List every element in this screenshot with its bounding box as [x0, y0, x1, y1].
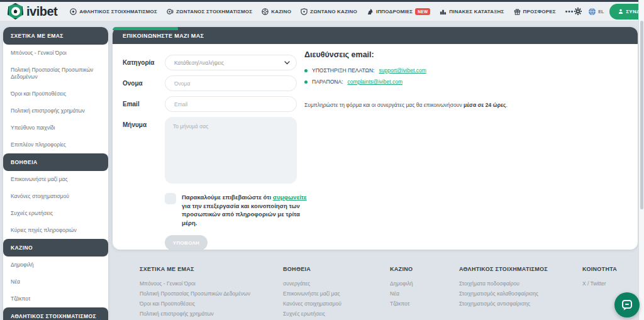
- response-time-note: Συμπληρώστε τη φόρμα και οι συνεργάτες μ…: [304, 102, 619, 108]
- footer-link-popular[interactable]: Δημοφιλή: [390, 279, 459, 289]
- sidebar-item-terms[interactable]: Όροι και Προϋποθέσεις: [3, 86, 108, 102]
- footer-link-terms[interactable]: Όροι και Προϋποθέσεις: [140, 299, 283, 309]
- sidebar-section-about: ΣΧΕΤΙΚΑ ΜΕ ΕΜΑΣ: [3, 27, 108, 45]
- sidebar-item-betting-rules[interactable]: Κανόνες στοιχηματισμού: [3, 188, 108, 205]
- brand-logo[interactable]: ivibet: [8, 3, 57, 19]
- consent-prefix: Παρακαλούμε επιβεβαιώστε ότι: [182, 194, 273, 201]
- note-bold: μέσα σε 24 ώρες: [464, 102, 506, 108]
- consent-text: Παρακαλούμε επιβεβαιώστε ότι συμφωνείτε …: [182, 193, 308, 227]
- page-title: ΕΠΙΚΟΙΝΩΝΗΣΤΕ ΜΑΖΙ ΜΑΣ: [123, 33, 204, 39]
- contact-card-header: ΕΠΙΚΟΙΝΩΝΗΣΤΕ ΜΑΖΙ ΜΑΣ: [113, 27, 638, 44]
- footer-link-football[interactable]: Στοιχήματα ποδοσφαίρου: [459, 279, 582, 289]
- footer-col-sports: ΑΘΛΗΤΙΚΟΣ ΣΤΟΙΧΗΜΑΤΙΣΜΟΣ Στοιχήματα ποδο…: [459, 266, 582, 320]
- nav-casino[interactable]: ΚΑΖΙΝΟ: [262, 8, 291, 15]
- footer-heading: ΚΑΖΙΝΟ: [390, 266, 459, 272]
- horse-icon: [367, 8, 374, 15]
- globe-icon: [588, 8, 596, 16]
- footer-link-affiliates[interactable]: συνεργάτες: [283, 279, 390, 289]
- sidebar-item-privacy-policy[interactable]: Πολιτική Προστασίας Προσωπικών Δεδομένων: [3, 62, 108, 86]
- sidebar-item-responsible-gaming[interactable]: Υπεύθυνο παιχνίδι: [3, 119, 108, 136]
- name-input[interactable]: [165, 75, 297, 91]
- sidebar: ΣΧΕΤΙΚΑ ΜΕ ΕΜΑΣ Μπόνους - Γενικοί Όροι Π…: [3, 27, 108, 320]
- top-right-controls: EL ΣΥΝΔΕΣΗ ΕΓΓΡΑΦΗ: [574, 4, 644, 19]
- complaints-label: ΠΑΡΑΠΟΝΑ:: [312, 79, 343, 85]
- sidebar-item-bonus-terms[interactable]: Μπόνους - Γενικοί Όροι: [3, 45, 108, 62]
- footer-col-casino: ΚΑΖΙΝΟ Δημοφιλή Νέα Τζάκποτ: [390, 266, 459, 320]
- email-addresses-panel: Διευθύνσεις email: ΥΠΟΣΤΗΡΙΞΗ ΠΕΛΑΤΩΝ: s…: [304, 50, 619, 108]
- consent-agree-link[interactable]: συμφωνείτε: [273, 194, 307, 201]
- live-sport-icon: [167, 8, 174, 15]
- footer-col-about: ΣΧΕΤΙΚΑ ΜΕ ΕΜΑΣ Μπόνους - Γενικοί Όροι Π…: [140, 266, 283, 320]
- complaints-email-link[interactable]: complaints@ivibet.com: [347, 79, 402, 85]
- sidebar-item-faq[interactable]: Συχνές ερωτήσεις: [3, 205, 108, 222]
- nav-label: ΑΘΛΗΤΙΚΟΣ ΣΤΟΙΧΗΜΑΤΙΣΜΟΣ: [79, 9, 157, 14]
- nav-live-casino[interactable]: ΖΩΝΤΑΝΟ ΚΑΖΙΝΟ: [301, 8, 357, 15]
- footer-link-bonus-terms[interactable]: Μπόνους - Γενικοί Όροι: [140, 279, 283, 289]
- category-select[interactable]: Κατάθεση/Αναλήψεις: [165, 55, 297, 70]
- name-label: Ονομα: [123, 75, 165, 91]
- consent-checkbox[interactable]: [165, 193, 176, 204]
- ranking-icon: [440, 8, 447, 15]
- email-row-complaints: ΠΑΡΑΠΟΝΑ: complaints@ivibet.com: [304, 79, 619, 85]
- sidebar-section-help: ΒΟΗΘΕΙΑ: [3, 153, 108, 171]
- sidebar-item-contact-us[interactable]: Επικοινωνήστε μαζί μας: [3, 171, 108, 188]
- footer-heading: ΣΧΕΤΙΚΑ ΜΕ ΕΜΑΣ: [140, 266, 283, 272]
- nav-label: ΖΩΝΤΑΝΟΣ ΣΤΟΙΧΗΜΑΤΙΣΜΟΣ: [176, 9, 252, 14]
- footer-link-betting-rules[interactable]: Κανόνες στοιχηματισμού: [283, 299, 390, 309]
- nav-leaderboards[interactable]: ΠΙΝΑΚΕΣ ΚΑΤΑΤΑΞΗΣ: [440, 8, 504, 15]
- footer-link-refund[interactable]: Πολιτική επιστροφής χρημάτων: [140, 309, 283, 319]
- top-navigation: ivibet ΑΘΛΗΤΙΚΟΣ ΣΤΟΙΧΗΜΑΤΙΣΜΟΣ ΖΩΝΤΑΝΟΣ…: [0, 0, 644, 21]
- nav-label: ΖΩΝΤΑΝΟ ΚΑΖΙΝΟ: [310, 9, 357, 14]
- email-row-support: ΥΠΟΣΤΗΡΙΞΗ ΠΕΛΑΤΩΝ: support@ivibet.com: [304, 67, 619, 74]
- category-label: Κατηγορία: [123, 55, 165, 70]
- submit-button[interactable]: ΥΠΟΒΟΛΗ: [165, 235, 208, 250]
- sidebar-item-new[interactable]: Νέα: [3, 273, 108, 290]
- nav-label: ΠΙΝΑΚΕΣ ΚΑΤΑΤΑΞΗΣ: [449, 9, 504, 14]
- nav-live-betting[interactable]: ΖΩΝΤΑΝΟΣ ΣΤΟΙΧΗΜΑΤΙΣΜΟΣ: [167, 8, 252, 15]
- support-email-link[interactable]: support@ivibet.com: [379, 67, 426, 74]
- email-label: Email: [123, 96, 165, 112]
- footer-heading: ΒΟΗΘΕΙΑ: [283, 266, 390, 272]
- support-label: ΥΠΟΣΤΗΡΙΞΗ ΠΕΛΑΤΩΝ:: [312, 67, 374, 74]
- scrollbar-thumb[interactable]: [640, 21, 643, 209]
- sidebar-section-casino: ΚΑΖΙΝΟ: [3, 239, 108, 257]
- footer-link-tennis[interactable]: Στοιχηματισμός αντισφαίρισης: [459, 299, 582, 309]
- page-scrollbar[interactable]: [638, 0, 644, 320]
- live-casino-icon: [301, 8, 308, 15]
- email-input[interactable]: [165, 96, 297, 112]
- bullet-icon: [304, 80, 308, 84]
- sidebar-item-popular[interactable]: Δημοφιλή: [3, 257, 108, 273]
- footer-heading: ΑΘΛΗΤΙΚΟΣ ΣΤΟΙΧΗΜΑΤΙΣΜΟΣ: [459, 266, 582, 272]
- sidebar-item-jackpot[interactable]: Τζάκποτ: [3, 290, 108, 307]
- consent-suffix: για την επεξεργασία και κοινοποίηση των …: [182, 202, 300, 226]
- live-chat-button[interactable]: [614, 292, 640, 317]
- sidebar-item-more-info[interactable]: Επιπλέον πληροφορίες: [3, 136, 108, 153]
- contact-form: Κατηγορία Κατάθεση/Αναλήψεις Ονομα Email…: [123, 55, 311, 250]
- message-textarea[interactable]: [165, 117, 297, 184]
- note-prefix: Συμπληρώστε τη φόρμα και οι συνεργάτες μ…: [304, 102, 464, 108]
- footer-link-privacy[interactable]: Πολιτική Προστασίας Προσωπικών Δεδομένων: [140, 289, 283, 299]
- sidebar-item-refund-policy[interactable]: Πολιτική επιστροφής χρημάτων: [3, 102, 108, 119]
- note-suffix: .: [506, 102, 507, 108]
- nav-horse-racing[interactable]: ΙΠΠΟΔΡΟΜΙΕΣ NEW: [367, 8, 430, 15]
- main-nav: ΑΘΛΗΤΙΚΟΣ ΣΤΟΙΧΗΜΑΤΙΣΜΟΣ ΖΩΝΤΑΝΟΣ ΣΤΟΙΧΗ…: [70, 8, 574, 15]
- footer-link-jackpot[interactable]: Τζάκποτ: [390, 299, 459, 309]
- language-selector[interactable]: EL: [588, 8, 604, 16]
- nav-promotions[interactable]: ΠΡΟΣΦΟΡΕΣ: [514, 8, 556, 15]
- footer-link-contact[interactable]: Επικοινωνήστε μαζί μας: [283, 289, 390, 299]
- footer-col-help: ΒΟΗΘΕΙΑ συνεργάτες Επικοινωνήστε μαζί μα…: [283, 266, 390, 320]
- nav-more-menu[interactable]: •••: [565, 8, 574, 15]
- footer-link-twitter[interactable]: X / Twitter: [582, 279, 629, 289]
- footer: ΣΧΕΤΙΚΑ ΜΕ ΕΜΑΣ Μπόνους - Γενικοί Όροι Π…: [140, 266, 629, 320]
- nav-sports-betting[interactable]: ΑΘΛΗΤΙΚΟΣ ΣΤΟΙΧΗΜΑΤΙΣΜΟΣ: [70, 8, 157, 15]
- footer-link-basketball[interactable]: Στοιχηματισμός καλαθοσφαίρισης: [459, 289, 582, 299]
- gift-icon: [514, 8, 521, 15]
- bullet-icon: [304, 69, 308, 72]
- contact-card: ΕΠΙΚΟΙΝΩΝΗΣΤΕ ΜΑΖΙ ΜΑΣ Κατηγορία Κατάθεσ…: [113, 27, 638, 250]
- footer-link-new[interactable]: Νέα: [390, 289, 459, 299]
- sidebar-item-info-sources[interactable]: Κύριες πηγές πληροφοριών: [3, 222, 108, 239]
- soccer-shield-logo-icon: [8, 3, 23, 19]
- footer-link-faq[interactable]: Συχνές ερωτήσεις: [283, 309, 390, 319]
- nav-label: ΚΑΖΙΝΟ: [271, 9, 291, 14]
- gear-icon[interactable]: [574, 7, 582, 16]
